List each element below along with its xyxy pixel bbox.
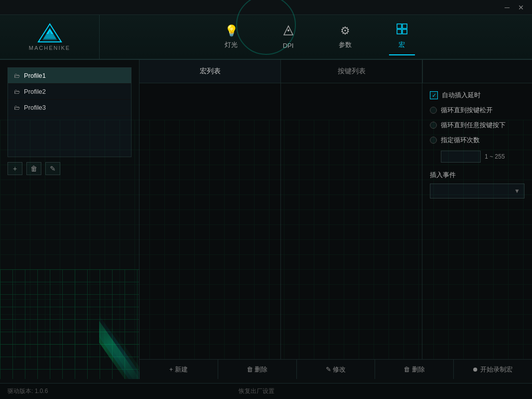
insert-event-select[interactable]: ▼: [430, 184, 525, 199]
loop-anykey-label: 循环直到任意按键按下: [441, 121, 506, 130]
count-input[interactable]: [441, 151, 481, 163]
profile-item-3[interactable]: 🗁 Profile3: [8, 100, 131, 116]
profile-name-2: Profile2: [24, 88, 46, 95]
auto-delay-checkbox[interactable]: [430, 91, 438, 99]
content-area: 自动插入延时 循环直到按键松开 循环直到任意按键按下 指定循环次数: [139, 83, 532, 359]
svg-point-4: [287, 29, 289, 31]
count-range-label: 1 ~ 255: [485, 153, 505, 160]
sidebar-grid-deco: [0, 269, 139, 379]
light-icon: 💡: [225, 24, 238, 37]
edit-profile-button[interactable]: ✎: [45, 162, 60, 175]
key-list-area: [281, 83, 422, 359]
count-input-row: 1 ~ 255: [441, 151, 525, 163]
reset-factory-button[interactable]: 恢复出厂设置: [239, 387, 274, 396]
loop-release-radio[interactable]: [430, 107, 437, 114]
logo-text: MACHENIKE: [29, 45, 70, 51]
loop-count-label: 指定循环次数: [441, 136, 480, 145]
tab-key-list[interactable]: 按键列表: [281, 60, 422, 83]
loop-release-label: 循环直到按键松开: [441, 106, 493, 115]
close-button[interactable]: ✕: [514, 1, 528, 13]
settings-area: 自动插入延时 循环直到按键松开 循环直到任意按键按下 指定循环次数: [422, 83, 532, 359]
folder-icon-1: 🗁: [14, 72, 20, 79]
tabs: 宏列表 按键列表: [139, 60, 532, 83]
minimize-button[interactable]: ─: [500, 1, 514, 13]
version-label: 驱动版本: 1.0.6: [7, 387, 48, 396]
modify-button[interactable]: ✎ 修改: [297, 360, 376, 379]
folder-icon-3: 🗁: [14, 104, 20, 111]
nav-area: 💡 灯光 DPI ⚙ 参数 宏: [100, 15, 532, 59]
dropdown-arrow-icon: ▼: [514, 188, 520, 195]
folder-icon-2: 🗁: [14, 88, 20, 95]
right-panel: 宏列表 按键列表 自动插入延时 循环直到按键松开: [139, 60, 532, 379]
footer: 驱动版本: 1.0.6 恢复出厂设置: [0, 383, 532, 399]
nav-label-light: 灯光: [225, 40, 238, 49]
loop-count-radio[interactable]: [430, 137, 437, 144]
svg-rect-6: [402, 24, 407, 28]
titlebar: ─ ✕: [0, 0, 532, 15]
insert-event-label: 插入事件: [430, 171, 525, 180]
macro-icon: [397, 23, 407, 37]
record-macro-button[interactable]: 开始录制宏: [454, 360, 532, 379]
nav-label-macro: 宏: [399, 40, 405, 49]
main-content: 🗁 Profile1 🗁 Profile2 🗁 Profile3 + 🗑 ✎: [0, 60, 532, 379]
tab-macro-list[interactable]: 宏列表: [139, 60, 281, 83]
nav-label-dpi: DPI: [283, 42, 294, 49]
profile-item-2[interactable]: 🗁 Profile2: [8, 84, 131, 100]
auto-delay-row: 自动插入延时: [430, 91, 525, 100]
gear-icon: ⚙: [340, 24, 350, 37]
svg-rect-8: [402, 29, 407, 34]
macro-list-area: [139, 83, 281, 359]
logo-area: MACHENIKE: [0, 15, 100, 59]
delete-right-button[interactable]: 🗑 删除: [375, 360, 454, 379]
profile-name-3: Profile3: [24, 104, 46, 111]
nav-item-light[interactable]: 💡 灯光: [217, 19, 246, 54]
new-macro-button[interactable]: + 新建: [139, 360, 218, 379]
loop-release-row: 循环直到按键松开: [430, 106, 525, 115]
auto-delay-label: 自动插入延时: [442, 91, 481, 100]
loop-anykey-radio[interactable]: [430, 122, 437, 129]
record-dot-icon: [473, 368, 477, 372]
sidebar-actions: + 🗑 ✎: [7, 162, 132, 175]
delete-profile-button[interactable]: 🗑: [26, 162, 41, 175]
svg-rect-7: [397, 29, 401, 34]
sidebar: 🗁 Profile1 🗁 Profile2 🗁 Profile3 + 🗑 ✎: [0, 60, 139, 379]
logo-icon: [37, 23, 62, 43]
nav-item-dpi[interactable]: DPI: [275, 20, 301, 54]
nav-item-params[interactable]: ⚙ 参数: [331, 19, 359, 54]
dpi-icon: [283, 25, 294, 39]
profile-list: 🗁 Profile1 🗁 Profile2 🗁 Profile3: [7, 67, 132, 157]
add-profile-button[interactable]: +: [7, 162, 22, 175]
profile-name-1: Profile1: [24, 72, 46, 79]
nav-item-macro[interactable]: 宏: [389, 18, 415, 55]
bottom-toolbar: + 新建 🗑 删除 ✎ 修改 🗑 删除 开始录制宏: [139, 359, 532, 379]
record-label: 开始录制宏: [480, 365, 513, 374]
delete-left-button[interactable]: 🗑 删除: [218, 360, 297, 379]
loop-count-row: 指定循环次数: [430, 136, 525, 145]
header: MACHENIKE 💡 灯光 DPI ⚙ 参数 宏: [0, 15, 532, 60]
svg-rect-5: [397, 24, 401, 28]
nav-label-params: 参数: [339, 40, 352, 49]
profile-item-1[interactable]: 🗁 Profile1: [8, 68, 131, 84]
loop-anykey-row: 循环直到任意按键按下: [430, 121, 525, 130]
